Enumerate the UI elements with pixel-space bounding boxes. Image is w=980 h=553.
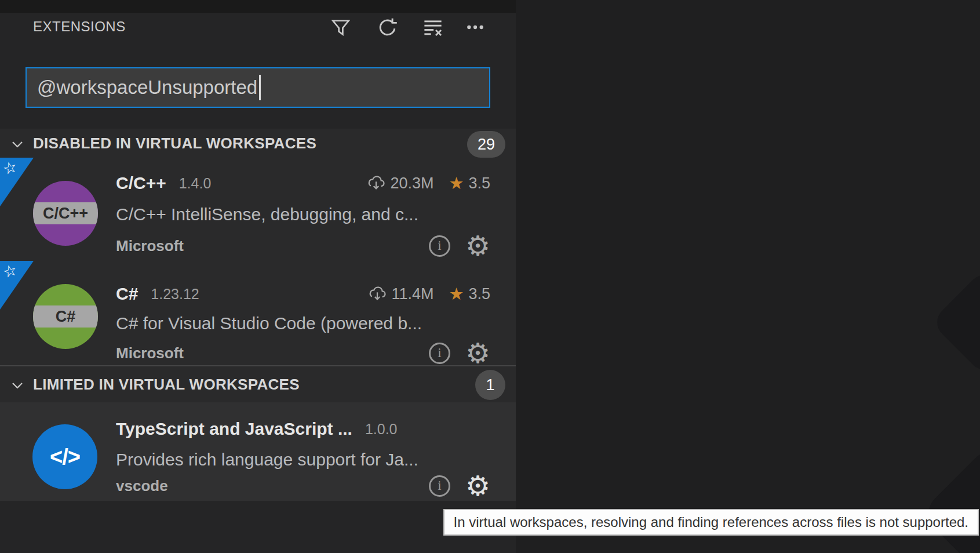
- section-disabled-in-virtual-workspaces[interactable]: DISABLED IN VIRTUAL WORKSPACES 29: [0, 129, 516, 158]
- chevron-down-icon: [9, 377, 25, 394]
- extension-row-typescript[interactable]: </> TypeScript and JavaScript ... 1.0.0 …: [0, 402, 516, 501]
- clear-filter-icon[interactable]: [421, 16, 445, 39]
- extension-description: Provides rich language support for Ja...: [116, 450, 418, 470]
- info-icon[interactable]: i: [429, 343, 450, 364]
- section-limited-in-virtual-workspaces[interactable]: LIMITED IN VIRTUAL WORKSPACES 1: [0, 366, 516, 402]
- gear-icon[interactable]: ⚙: [465, 340, 490, 366]
- info-icon[interactable]: i: [429, 475, 450, 497]
- code-brackets-icon: </>: [32, 424, 97, 489]
- refresh-icon[interactable]: [376, 16, 399, 39]
- extensions-list: DISABLED IN VIRTUAL WORKSPACES 29 ☆ C/C+…: [0, 129, 516, 501]
- extension-row-csharp[interactable]: ☆ C# C# 1.23.12: [0, 261, 516, 365]
- rating-value: 3.5: [468, 285, 490, 303]
- extension-publisher: Microsoft: [116, 237, 184, 255]
- extension-description: C# for Visual Studio Code (powered b...: [116, 314, 422, 333]
- info-icon[interactable]: i: [429, 235, 450, 257]
- filter-icon[interactable]: [329, 16, 352, 39]
- vscode-window: EXTENSIONS @workspaceUnsupported: [0, 0, 980, 553]
- search-value: @workspaceUnsupported: [37, 77, 257, 99]
- extensions-sidebar: EXTENSIONS @workspaceUnsupported: [0, 0, 516, 553]
- extension-publisher: vscode: [116, 477, 168, 495]
- download-count: 11.4M: [391, 285, 433, 303]
- more-actions-icon[interactable]: [464, 16, 487, 39]
- extension-logo-csharp: C#: [33, 284, 98, 349]
- extension-publisher: Microsoft: [116, 344, 184, 362]
- hover-tooltip: In virtual workspaces, resolving and fin…: [443, 509, 979, 536]
- logo-label: C#: [33, 305, 98, 328]
- extension-version: 1.0.0: [365, 421, 398, 438]
- editor-watermark-shape-top: [931, 268, 980, 377]
- extension-logo-cpp: C/C++: [33, 181, 98, 246]
- editor-watermark-shape-bottom: [920, 443, 980, 553]
- star-icon: ★: [449, 173, 464, 193]
- extension-name: TypeScript and JavaScript ...: [116, 419, 352, 439]
- extension-name: C#: [116, 284, 138, 304]
- section-label: DISABLED IN VIRTUAL WORKSPACES: [33, 129, 316, 158]
- extension-row-cpp[interactable]: ☆ C/C++ C/C++ 1.4.0: [0, 158, 516, 261]
- logo-label: C/C++: [33, 202, 98, 224]
- search-input[interactable]: @workspaceUnsupported: [25, 67, 490, 108]
- extension-name: C/C++: [116, 173, 166, 193]
- titlebar-edge: [0, 0, 516, 13]
- chevron-down-icon: [9, 136, 25, 152]
- star-icon: ★: [449, 284, 464, 304]
- section-count-badge: 1: [475, 370, 505, 400]
- extension-description: C/C++ IntelliSense, debugging, and c...: [116, 205, 418, 224]
- panel-title: EXTENSIONS: [33, 19, 126, 35]
- extension-version: 1.4.0: [179, 175, 212, 192]
- rating-value: 3.5: [468, 174, 490, 192]
- text-cursor: [259, 75, 261, 100]
- gear-icon[interactable]: ⚙: [465, 233, 490, 259]
- cloud-download-icon: [368, 285, 387, 303]
- gear-icon[interactable]: ⚙: [465, 473, 490, 499]
- download-count: 20.3M: [390, 174, 433, 192]
- extension-logo-typescript: </>: [32, 424, 97, 489]
- cloud-download-icon: [367, 174, 385, 192]
- section-count-badge: 29: [467, 131, 505, 158]
- section-label: LIMITED IN VIRTUAL WORKSPACES: [33, 366, 300, 402]
- extension-version: 1.23.12: [151, 286, 199, 303]
